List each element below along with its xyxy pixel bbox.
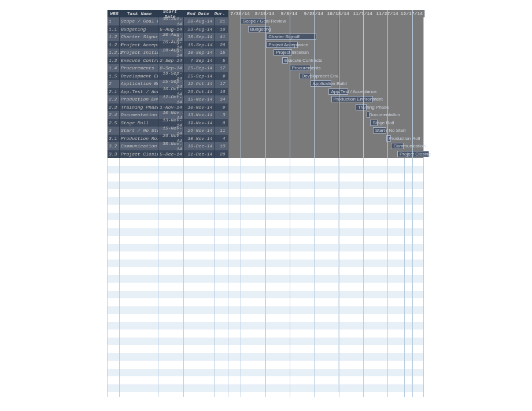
- empty-row[interactable]: [108, 306, 423, 314]
- task-row[interactable]: 2.5Stage Roll13-Nov-1419-Nov-146Stage Ro…: [108, 119, 423, 127]
- cell-end[interactable]: 31-Dec-14: [183, 151, 214, 157]
- empty-row[interactable]: [108, 244, 423, 252]
- empty-row[interactable]: [108, 182, 423, 190]
- cell-dur[interactable]: 6: [214, 120, 228, 125]
- task-row[interactable]: 1.5Development Env.16-Sep-1425-Sep-149De…: [108, 72, 423, 80]
- empty-row[interactable]: [108, 384, 423, 393]
- cell-end[interactable]: 7-Sep-14: [183, 58, 214, 63]
- empty-row[interactable]: [108, 251, 423, 260]
- gantt-bar[interactable]: Training Phase: [356, 104, 367, 110]
- gantt-bar[interactable]: Production Roll: [386, 135, 391, 142]
- cell-end[interactable]: 10-Sep-14: [183, 50, 214, 55]
- empty-row[interactable]: [108, 298, 423, 306]
- cell-task[interactable]: Project Acceptance: [120, 42, 158, 47]
- cell-start[interactable]: 1-Nov-14: [158, 105, 183, 110]
- cell-task[interactable]: Training Phase: [120, 105, 158, 110]
- gantt-bar[interactable]: Application Build: [311, 80, 331, 87]
- cell-task[interactable]: App.Test / Accepta: [120, 89, 158, 94]
- cell-end[interactable]: 26-Oct-14: [183, 89, 214, 94]
- cell-start[interactable]: 2-Sep-14: [158, 58, 183, 63]
- cell-task[interactable]: Scope / Goal Revie: [120, 18, 158, 24]
- empty-row[interactable]: [108, 267, 423, 275]
- cell-dur[interactable]: 15: [214, 50, 228, 55]
- cell-wbs[interactable]: 3.3: [108, 151, 120, 157]
- cell-wbs[interactable]: 3.2: [108, 143, 120, 149]
- empty-row[interactable]: [108, 314, 423, 322]
- gantt-bar[interactable]: Start / No Start: [373, 127, 386, 134]
- cell-wbs[interactable]: 3.1: [108, 136, 120, 141]
- cell-wbs[interactable]: 1.3: [108, 58, 120, 63]
- cell-task[interactable]: Communication: [120, 143, 158, 149]
- gantt-bar[interactable]: Production Environment: [331, 96, 373, 102]
- empty-row[interactable]: [108, 291, 423, 299]
- gantt-bar[interactable]: Charter Signoff: [266, 34, 316, 40]
- task-row[interactable]: 1.4Procurements8-Sep-1425-Sep-1417Procur…: [108, 64, 423, 72]
- cell-wbs[interactable]: 3: [108, 128, 120, 133]
- gantt-bar[interactable]: App.Test / Acceptance: [328, 88, 348, 95]
- cell-end[interactable]: 10-Nov-14: [183, 105, 214, 110]
- cell-start[interactable]: 8-Sep-14: [158, 65, 183, 71]
- gantt-bar[interactable]: Budgeting: [248, 26, 270, 32]
- cell-end[interactable]: 23-Aug-14: [183, 27, 214, 32]
- cell-dur[interactable]: 11: [214, 128, 228, 133]
- cell-end[interactable]: 13-Nov-14: [183, 112, 214, 117]
- cell-task[interactable]: Documentation: [120, 112, 158, 117]
- empty-row[interactable]: [108, 205, 423, 213]
- empty-row[interactable]: [108, 345, 423, 353]
- cell-end[interactable]: 12-Oct-14: [183, 81, 214, 86]
- cell-dur[interactable]: 17: [214, 65, 228, 71]
- gantt-bar[interactable]: Documentation: [367, 112, 370, 118]
- task-row[interactable]: 3.1Production Roll26-Nov-1430-Nov-144Pro…: [108, 135, 423, 143]
- empty-row[interactable]: [108, 166, 423, 174]
- cell-task[interactable]: Start / No Start: [120, 128, 158, 133]
- cell-end[interactable]: 26-Nov-14: [183, 128, 214, 133]
- cell-end[interactable]: 30-Nov-14: [183, 136, 214, 141]
- empty-row[interactable]: [108, 338, 423, 346]
- cell-wbs[interactable]: 2.3: [108, 105, 120, 110]
- task-row[interactable]: 1Scope / Goal Revie30-Jul-1420-Aug-1421S…: [108, 17, 423, 25]
- task-row[interactable]: 1.2.1Project Acceptance20-Aug-1415-Sep-1…: [108, 41, 423, 49]
- gantt-bar[interactable]: Project Initiation: [274, 49, 292, 55]
- empty-row[interactable]: [108, 353, 423, 361]
- cell-end[interactable]: 15-Nov-14: [183, 97, 214, 102]
- cell-dur[interactable]: 3: [214, 112, 228, 117]
- cell-dur[interactable]: 21: [214, 18, 228, 24]
- cell-wbs[interactable]: 2: [108, 81, 120, 86]
- cell-end[interactable]: 15-Sep-14: [183, 42, 214, 47]
- empty-row[interactable]: [108, 158, 423, 166]
- empty-row[interactable]: [108, 361, 423, 369]
- cell-wbs[interactable]: 1: [108, 18, 120, 24]
- cell-dur[interactable]: 16: [214, 89, 228, 94]
- cell-start[interactable]: 5-Aug-14: [158, 27, 183, 32]
- cell-dur[interactable]: 17: [214, 81, 228, 86]
- cell-wbs[interactable]: 1.2: [108, 34, 120, 39]
- cell-dur[interactable]: 26: [214, 151, 228, 157]
- task-row[interactable]: 2Application Build25-Sep-1412-Oct-1417Ap…: [108, 80, 423, 88]
- cell-dur[interactable]: 5: [214, 58, 228, 63]
- task-row[interactable]: 2.4Documentation10-Nov-1413-Nov-143Docum…: [108, 111, 423, 119]
- cell-dur[interactable]: 9: [214, 73, 228, 79]
- empty-row[interactable]: [108, 236, 423, 244]
- gantt-bar[interactable]: Project Closing: [397, 151, 429, 157]
- cell-wbs[interactable]: 1.1: [108, 27, 120, 32]
- task-row[interactable]: 1.2Charter Signoff20-Aug-1430-Sep-1441Ch…: [108, 33, 423, 41]
- cell-wbs[interactable]: 2.4: [108, 112, 120, 117]
- empty-row[interactable]: [108, 329, 423, 338]
- cell-end[interactable]: 10-Dec-14: [183, 143, 214, 149]
- empty-row[interactable]: [108, 228, 423, 236]
- cell-start[interactable]: 26-Aug-14: [158, 47, 183, 58]
- cell-wbs[interactable]: 2.5: [108, 120, 120, 125]
- empty-row[interactable]: [108, 376, 423, 384]
- cell-task[interactable]: Charter Signoff: [120, 34, 158, 39]
- cell-dur[interactable]: 34: [214, 97, 228, 102]
- gantt-bar[interactable]: Procurements: [290, 65, 311, 71]
- task-row[interactable]: 3.2Communication30-Nov-1410-Dec-1410Comm…: [108, 142, 423, 150]
- cell-task[interactable]: Development Env.: [120, 73, 158, 79]
- cell-start[interactable]: 30-Nov-14: [158, 141, 183, 151]
- task-row[interactable]: 1.2.2Project Initiation26-Aug-1410-Sep-1…: [108, 49, 423, 57]
- empty-row[interactable]: [108, 275, 423, 283]
- task-row[interactable]: 1.3Execute Contracts2-Sep-147-Sep-145Exe…: [108, 57, 423, 65]
- task-row[interactable]: 3.3Project Closing5-Dec-1431-Dec-1426Pro…: [108, 150, 423, 158]
- empty-row[interactable]: [108, 369, 423, 377]
- cell-task[interactable]: Production Environ: [120, 97, 158, 102]
